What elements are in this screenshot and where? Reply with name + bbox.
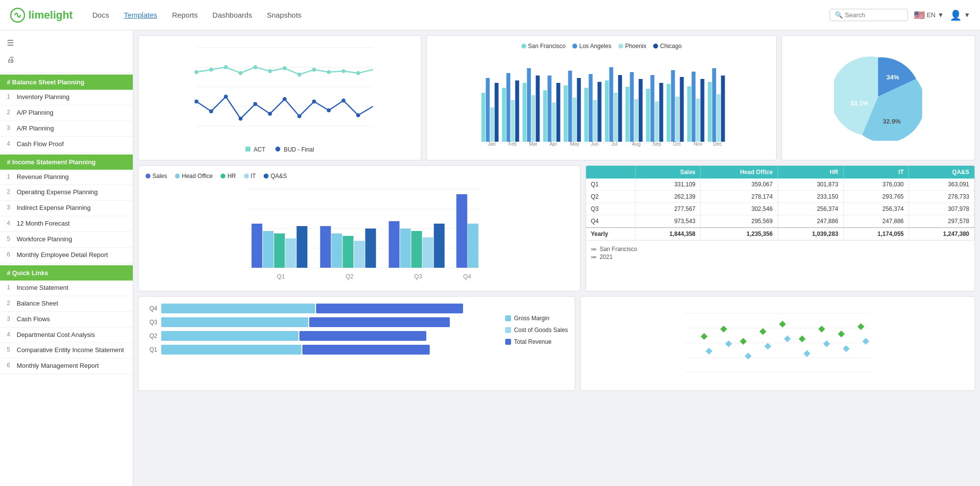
svg-rect-65: [659, 83, 663, 142]
svg-rect-61: [638, 79, 642, 142]
sidebar-item-workforce-planning[interactable]: 5 Workforce Planning: [0, 232, 133, 248]
hbar-q1-gross: [161, 345, 301, 355]
table-cell-q4-it: 247,886: [843, 215, 909, 228]
svg-rect-70: [687, 86, 691, 142]
svg-rect-42: [543, 90, 547, 142]
nav-snapshots[interactable]: Snapshots: [267, 9, 301, 21]
svg-point-15: [327, 70, 331, 74]
sidebar-section-quick-links: # Quick Links: [0, 265, 133, 281]
sidebar-item-balance-sheet[interactable]: 2 Balance Sheet: [0, 296, 133, 312]
svg-rect-48: [572, 98, 576, 142]
hamburger-menu-button[interactable]: ☰: [0, 34, 133, 51]
sidebar-item-indirect-expense[interactable]: 3 Indirect Expense Planning: [0, 201, 133, 216]
svg-rect-56: [613, 93, 617, 142]
sidebar-item-income-statement[interactable]: 1 Income Statement: [0, 281, 133, 296]
svg-point-13: [297, 73, 301, 77]
svg-rect-50: [584, 88, 588, 142]
user-menu[interactable]: 👤 ▼: [950, 9, 970, 21]
svg-point-20: [224, 95, 228, 99]
sidebar-item-monthly-employee[interactable]: 6 Monthly Employee Detail Report: [0, 248, 133, 263]
sidebar-item-cash-flows[interactable]: 3 Cash Flows: [0, 312, 133, 328]
sidebar-item-departmental-cost[interactable]: 4 Departmental Cost Analysis: [0, 328, 133, 343]
svg-rect-44: [552, 102, 556, 142]
logo[interactable]: limelight: [10, 7, 73, 23]
svg-text:Jan: Jan: [488, 141, 495, 147]
sidebar-item-ap-planning[interactable]: 2 A/P Planning: [0, 105, 133, 121]
svg-marker-136: [706, 348, 712, 355]
svg-point-24: [283, 97, 287, 101]
user-chevron-icon: ▼: [964, 11, 970, 19]
table-cell-q4-qas: 297,578: [909, 215, 975, 228]
table-header-label: [586, 166, 635, 179]
sidebar-section-income-statement: # Income Statement Planning: [0, 154, 133, 170]
svg-rect-101: [285, 238, 296, 268]
it-legend: IT: [244, 173, 256, 179]
scatter-chart-svg: [588, 304, 968, 382]
svg-rect-102: [296, 226, 307, 268]
hr-legend: HR: [220, 173, 236, 179]
table-cell-q1-qas: 363,091: [909, 179, 975, 191]
nav-templates[interactable]: Templates: [124, 9, 157, 21]
svg-rect-34: [502, 88, 506, 142]
nav-reports[interactable]: Reports: [172, 9, 198, 21]
svg-rect-46: [564, 85, 567, 142]
table-cell-q4-hr: 247,886: [778, 215, 843, 228]
sidebar-item-inventory-planning[interactable]: 1 Inventory Planning: [0, 90, 133, 105]
sidebar-item-monthly-management[interactable]: 6 Monthly Management Report: [0, 358, 133, 374]
svg-marker-140: [784, 335, 791, 342]
chicago-legend: Chicago: [653, 43, 682, 50]
print-button[interactable]: 🖨: [0, 51, 133, 68]
svg-point-8: [224, 65, 228, 69]
svg-point-28: [342, 99, 345, 102]
svg-rect-58: [625, 87, 629, 142]
svg-rect-39: [527, 68, 531, 142]
svg-marker-132: [799, 335, 806, 342]
table-row: Q2 262,139 278,174 233,150 293,765 278,7…: [586, 191, 975, 203]
svg-rect-77: [721, 76, 725, 142]
lang-chevron-icon: ▼: [937, 11, 944, 19]
horizontal-bar-card: Q4 Q3: [138, 296, 575, 391]
sidebar-item-ar-planning[interactable]: 3 A/R Planning: [0, 121, 133, 137]
svg-rect-105: [343, 236, 353, 268]
svg-point-16: [342, 69, 345, 73]
search-box[interactable]: 🔍: [830, 9, 908, 21]
sidebar-item-comparative-entity[interactable]: 5 Comparative Entity Income Statement: [0, 343, 133, 358]
svg-text:Nov: Nov: [693, 141, 702, 147]
flag-icon: 🇺🇸: [914, 10, 925, 21]
nav-docs[interactable]: Docs: [92, 9, 109, 21]
sidebar-item-operating-expense[interactable]: 2 Operating Expense Planning: [0, 185, 133, 201]
svg-rect-111: [422, 237, 433, 268]
svg-rect-41: [536, 76, 539, 142]
cogs-icon: [505, 327, 511, 333]
sidebar-item-cash-flow[interactable]: 4 Cash Flow Proof: [0, 137, 133, 153]
layout: ☰ 🖨 # Balance Sheet Planning 1 Inventory…: [0, 30, 980, 486]
hbar-content: Q4 Q3: [146, 304, 568, 358]
table-cell-q3-it: 256,374: [843, 203, 909, 215]
svg-rect-32: [490, 107, 494, 142]
nav-dashboards[interactable]: Dashboards: [213, 9, 252, 21]
svg-point-25: [297, 114, 301, 118]
svg-text:34%: 34%: [886, 74, 899, 81]
svg-marker-127: [701, 333, 708, 340]
gross-margin-legend: Gross Margin: [505, 315, 568, 322]
sf-legend: San Francisco: [521, 43, 566, 50]
svg-rect-55: [609, 67, 613, 142]
table-cell-q1-hr: 301,873: [778, 179, 843, 191]
svg-rect-112: [434, 224, 444, 268]
svg-text:Sep: Sep: [652, 141, 661, 147]
svg-text:Apr: Apr: [549, 141, 557, 147]
sidebar-item-12-month-forecast[interactable]: 4 12 Month Forecast: [0, 216, 133, 232]
sidebar-item-revenue-planning[interactable]: 1 Revenue Planning: [0, 170, 133, 185]
logo-text: limelight: [28, 9, 73, 22]
list-icon-year: ≔: [591, 254, 597, 260]
svg-marker-134: [838, 331, 845, 337]
table-cell-yearly-sales: 1,844,358: [635, 228, 701, 240]
hbar-q3-total: [309, 317, 449, 327]
table-row: Q1 331,109 359,067 301,873 376,030 363,0…: [586, 179, 975, 191]
language-selector[interactable]: 🇺🇸 EN ▼: [914, 10, 944, 21]
table-cell-q1-sales: 331,109: [635, 179, 701, 191]
svg-rect-72: [696, 99, 700, 142]
search-input[interactable]: [845, 11, 899, 19]
svg-rect-99: [263, 231, 273, 268]
table-footer-sf: ≔ San Francisco: [591, 246, 970, 253]
